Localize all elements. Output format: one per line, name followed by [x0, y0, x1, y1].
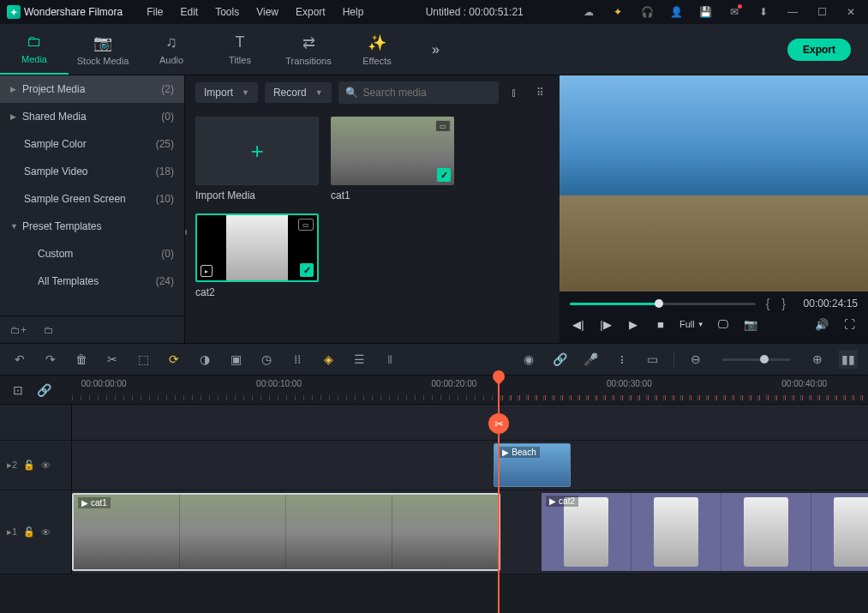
playhead[interactable]: ✂	[498, 376, 500, 613]
headphones-icon[interactable]: 🎧	[637, 2, 657, 22]
sidebar-item-shared-media[interactable]: ▶ Shared Media (0)	[0, 103, 184, 130]
link-icon[interactable]: 🔗	[34, 381, 53, 400]
timeline-clip-cat1[interactable]: ▶cat1	[72, 493, 500, 571]
display-icon[interactable]: 🖵	[715, 316, 732, 333]
sidebar-item-sample-color[interactable]: Sample Color (25)	[0, 130, 184, 158]
folder-icon[interactable]: 🗀	[44, 324, 54, 336]
more-tabs-icon[interactable]: »	[428, 39, 443, 61]
delete-icon[interactable]: 🗑	[72, 350, 91, 369]
sidebar-item-project-media[interactable]: ▶ Project Media (2)	[0, 75, 184, 103]
track-options-icon[interactable]: ⊡	[9, 381, 27, 400]
media-item-cat2[interactable]: ▭ ▸ ✓ cat2	[195, 213, 319, 298]
keyframe-icon[interactable]: ◈	[319, 350, 338, 369]
tab-titles[interactable]: T Titles	[206, 24, 274, 75]
crop-icon[interactable]: ⬚	[134, 350, 153, 369]
play-icon: ▶	[502, 448, 509, 457]
zoom-slider[interactable]	[722, 358, 791, 361]
split-icon[interactable]: ✂	[103, 350, 122, 369]
zoom-fit-icon[interactable]: ▮▮	[839, 350, 858, 369]
color-icon[interactable]: ◑	[195, 350, 214, 369]
play-pause-button[interactable]: |▶	[597, 316, 614, 333]
zoom-out-icon[interactable]: ⊖	[686, 350, 705, 369]
account-icon[interactable]: 👤	[666, 2, 686, 22]
tab-stock-media[interactable]: 📷 Stock Media	[69, 24, 137, 75]
eye-icon[interactable]: 👁	[41, 527, 51, 538]
menu-edit[interactable]: Edit	[174, 3, 206, 21]
maximize-icon[interactable]: ☐	[811, 2, 832, 22]
tab-audio[interactable]: ♫ Audio	[137, 24, 206, 75]
menu-export[interactable]: Export	[289, 3, 332, 21]
menu-view[interactable]: View	[249, 3, 285, 21]
download-icon[interactable]: ⬇	[753, 2, 774, 22]
scissors-icon[interactable]: ✂	[488, 413, 509, 434]
search-icon: 🔍	[345, 87, 358, 99]
quality-dropdown[interactable]: Full ▼	[679, 319, 704, 329]
lock-icon[interactable]: 🔓	[23, 460, 35, 471]
search-media-input[interactable]: 🔍	[338, 81, 499, 104]
volume-icon[interactable]: 🔊	[813, 316, 830, 333]
chevron-right-icon: ▶	[10, 85, 22, 93]
new-folder-icon[interactable]: 🗀+	[10, 324, 27, 336]
redo-icon[interactable]: ↷	[41, 350, 60, 369]
sidebar-item-sample-video[interactable]: Sample Video (18)	[0, 158, 184, 185]
snapshot-icon[interactable]: 📷	[742, 316, 759, 333]
sync-icon[interactable]: 🔗	[550, 350, 569, 369]
media-item-cat1[interactable]: ▭ ✓ cat1	[331, 117, 454, 201]
project-title: Untitled : 00:00:51:21	[374, 6, 575, 18]
audio-wave-icon[interactable]: ⫴	[380, 350, 399, 369]
mark-in-icon[interactable]: {	[764, 297, 772, 310]
duration-icon[interactable]: ◷	[257, 350, 276, 369]
close-window-icon[interactable]: ✕	[841, 2, 861, 22]
save-icon[interactable]: 💾	[695, 2, 715, 22]
export-button[interactable]: Export	[787, 39, 851, 61]
media-panel: Import ▼ Record ▼ 🔍 ⫿ ⠿ + Import Media	[185, 75, 560, 343]
mixer-icon[interactable]: ◉	[519, 350, 538, 369]
play-button[interactable]: ▶	[625, 316, 642, 333]
chevron-right-icon: ▶	[10, 112, 22, 121]
undo-icon[interactable]: ↶	[10, 350, 29, 369]
eye-icon[interactable]: 👁	[41, 460, 51, 471]
prev-frame-button[interactable]: ◀|	[570, 316, 587, 333]
tab-effects[interactable]: ✨ Effects	[343, 24, 411, 75]
detect-icon[interactable]: ⁞⁞	[288, 350, 307, 369]
cloud-icon[interactable]: ☁	[578, 2, 599, 22]
stop-button[interactable]: ■	[652, 316, 669, 333]
preview-scrubber[interactable]	[570, 303, 756, 305]
voiceover-icon[interactable]: 🎤	[581, 350, 600, 369]
grid-view-icon[interactable]: ⠿	[530, 82, 549, 103]
sidebar-item-preset-templates[interactable]: ▼ Preset Templates	[0, 213, 184, 240]
adjust-icon[interactable]: ☰	[350, 350, 368, 369]
menu-file[interactable]: File	[140, 3, 170, 21]
render-icon[interactable]: ▭	[643, 350, 661, 369]
import-media-tile[interactable]: + Import Media	[195, 117, 319, 201]
lightbulb-icon[interactable]: ✦	[608, 2, 628, 22]
sidebar-item-sample-green-screen[interactable]: Sample Green Screen (10)	[0, 185, 184, 213]
fullscreen-icon[interactable]: ⛶	[841, 316, 858, 333]
main-toolbar: 🗀 Media 📷 Stock Media ♫ Audio T Titles ⇄…	[0, 24, 868, 75]
video-badge-icon: ▭	[298, 219, 314, 231]
import-dropdown[interactable]: Import ▼	[195, 82, 258, 103]
menu-tools[interactable]: Tools	[208, 3, 246, 21]
sidebar-item-custom[interactable]: Custom (0)	[0, 240, 184, 267]
media-sidebar: ▶ Project Media (2) ▶ Shared Media (0) S…	[0, 75, 185, 343]
tab-transitions[interactable]: ⇄ Transitions	[274, 24, 343, 75]
sidebar-item-all-templates[interactable]: All Templates (24)	[0, 267, 184, 295]
green-screen-icon[interactable]: ▣	[226, 350, 245, 369]
minimize-icon[interactable]: —	[782, 2, 803, 22]
timeline-tracks: ▸2 🔓 👁 ▶Beach ▸1 🔓 👁 ▶cat1 ▶cat2	[0, 405, 868, 574]
zoom-in-icon[interactable]: ⊕	[808, 350, 827, 369]
timeline-clip-beach[interactable]: ▶Beach	[494, 443, 571, 487]
message-icon[interactable]: ✉	[724, 2, 745, 22]
timeline-ruler[interactable]: ⊡ 🔗 00:00:00:00 00:00:10:00 00:00:20:00 …	[0, 376, 868, 405]
menu-help[interactable]: Help	[336, 3, 371, 21]
timeline-clip-cat2[interactable]: ▶cat2	[542, 493, 868, 571]
track-badge: ▸1	[7, 526, 17, 538]
mark-out-icon[interactable]: }	[780, 297, 787, 310]
preview-viewport[interactable]	[560, 75, 868, 291]
tab-media[interactable]: 🗀 Media	[0, 24, 69, 75]
filter-icon[interactable]: ⫿	[506, 82, 524, 103]
speed-icon[interactable]: ⟳	[165, 350, 183, 369]
audio-mixer-icon[interactable]: ⫶	[612, 350, 631, 369]
lock-icon[interactable]: 🔓	[23, 526, 35, 538]
record-dropdown[interactable]: Record ▼	[265, 82, 332, 103]
